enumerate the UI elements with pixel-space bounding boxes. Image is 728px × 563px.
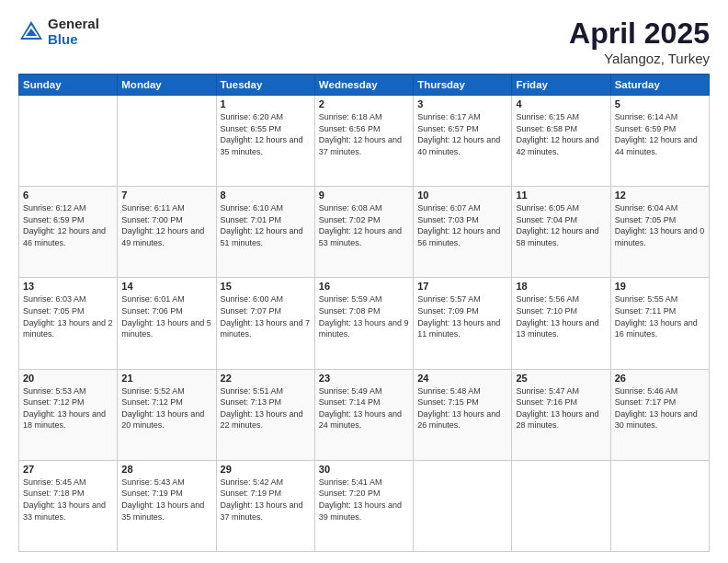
title-month: April 2025 bbox=[569, 17, 710, 51]
header-wednesday: Wednesday bbox=[314, 75, 413, 96]
day-info: Sunrise: 6:12 AMSunset: 6:59 PMDaylight:… bbox=[23, 203, 106, 247]
calendar-week-row: 13 Sunrise: 6:03 AMSunset: 7:05 PMDaylig… bbox=[19, 278, 710, 369]
day-number: 27 bbox=[23, 464, 113, 475]
calendar-day-cell: 14 Sunrise: 6:01 AMSunset: 7:06 PMDaylig… bbox=[118, 278, 216, 369]
day-number: 30 bbox=[319, 464, 409, 475]
day-info: Sunrise: 5:51 AMSunset: 7:13 PMDaylight:… bbox=[221, 386, 303, 431]
day-number: 25 bbox=[516, 373, 606, 384]
day-info: Sunrise: 6:17 AMSunset: 6:57 PMDaylight:… bbox=[417, 112, 500, 156]
calendar-day-cell: 5 Sunrise: 6:14 AMSunset: 6:59 PMDayligh… bbox=[610, 96, 709, 187]
day-info: Sunrise: 5:42 AMSunset: 7:19 PMDaylight:… bbox=[221, 477, 303, 522]
day-number: 28 bbox=[121, 464, 211, 475]
day-number: 15 bbox=[221, 281, 311, 292]
day-number: 4 bbox=[516, 98, 606, 109]
calendar-day-cell: 18 Sunrise: 5:56 AMSunset: 7:10 PMDaylig… bbox=[512, 278, 610, 369]
day-info: Sunrise: 5:43 AMSunset: 7:19 PMDaylight:… bbox=[121, 477, 204, 522]
calendar-day-cell: 20 Sunrise: 5:53 AMSunset: 7:12 PMDaylig… bbox=[19, 369, 118, 460]
calendar-week-row: 1 Sunrise: 6:20 AMSunset: 6:55 PMDayligh… bbox=[19, 96, 710, 187]
day-number: 23 bbox=[319, 373, 409, 384]
logo: General Blue bbox=[18, 17, 99, 47]
day-number: 21 bbox=[121, 373, 211, 384]
day-info: Sunrise: 6:05 AMSunset: 7:04 PMDaylight:… bbox=[516, 203, 598, 247]
day-number: 19 bbox=[615, 281, 705, 292]
day-number: 17 bbox=[417, 281, 507, 292]
calendar-week-row: 20 Sunrise: 5:53 AMSunset: 7:12 PMDaylig… bbox=[19, 369, 710, 460]
calendar-day-cell: 12 Sunrise: 6:04 AMSunset: 7:05 PMDaylig… bbox=[610, 187, 709, 278]
calendar-day-cell: 8 Sunrise: 6:10 AMSunset: 7:01 PMDayligh… bbox=[216, 187, 314, 278]
day-info: Sunrise: 6:10 AMSunset: 7:01 PMDaylight:… bbox=[221, 203, 303, 247]
calendar-day-cell: 29 Sunrise: 5:42 AMSunset: 7:19 PMDaylig… bbox=[216, 460, 314, 551]
day-info: Sunrise: 5:59 AMSunset: 7:08 PMDaylight:… bbox=[319, 294, 409, 339]
calendar-day-cell: 10 Sunrise: 6:07 AMSunset: 7:03 PMDaylig… bbox=[414, 187, 512, 278]
day-info: Sunrise: 6:01 AMSunset: 7:06 PMDaylight:… bbox=[121, 294, 211, 339]
calendar-day-cell bbox=[118, 96, 216, 187]
day-number: 26 bbox=[615, 373, 705, 384]
day-info: Sunrise: 6:11 AMSunset: 7:00 PMDaylight:… bbox=[121, 203, 204, 247]
header-monday: Monday bbox=[118, 75, 216, 96]
calendar-day-cell: 30 Sunrise: 5:41 AMSunset: 7:20 PMDaylig… bbox=[314, 460, 413, 551]
day-info: Sunrise: 5:45 AMSunset: 7:18 PMDaylight:… bbox=[23, 477, 106, 522]
day-number: 10 bbox=[417, 190, 507, 201]
day-info: Sunrise: 5:53 AMSunset: 7:12 PMDaylight:… bbox=[23, 386, 106, 431]
day-info: Sunrise: 6:18 AMSunset: 6:56 PMDaylight:… bbox=[319, 112, 402, 156]
calendar-day-cell: 23 Sunrise: 5:49 AMSunset: 7:14 PMDaylig… bbox=[314, 369, 413, 460]
day-number: 24 bbox=[417, 373, 507, 384]
day-number: 1 bbox=[221, 98, 311, 109]
day-number: 11 bbox=[516, 190, 606, 201]
calendar-day-cell bbox=[19, 96, 118, 187]
day-number: 29 bbox=[221, 464, 311, 475]
calendar-day-cell: 1 Sunrise: 6:20 AMSunset: 6:55 PMDayligh… bbox=[216, 96, 314, 187]
calendar-week-row: 27 Sunrise: 5:45 AMSunset: 7:18 PMDaylig… bbox=[19, 460, 710, 551]
calendar-day-cell: 27 Sunrise: 5:45 AMSunset: 7:18 PMDaylig… bbox=[19, 460, 118, 551]
day-info: Sunrise: 6:07 AMSunset: 7:03 PMDaylight:… bbox=[417, 203, 500, 247]
calendar-table: Sunday Monday Tuesday Wednesday Thursday… bbox=[18, 74, 710, 552]
day-number: 7 bbox=[121, 190, 211, 201]
calendar-header-row: Sunday Monday Tuesday Wednesday Thursday… bbox=[19, 75, 710, 96]
calendar-day-cell: 28 Sunrise: 5:43 AMSunset: 7:19 PMDaylig… bbox=[118, 460, 216, 551]
header-thursday: Thursday bbox=[414, 75, 512, 96]
calendar-day-cell: 11 Sunrise: 6:05 AMSunset: 7:04 PMDaylig… bbox=[512, 187, 610, 278]
day-info: Sunrise: 5:47 AMSunset: 7:16 PMDaylight:… bbox=[516, 386, 598, 431]
calendar-week-row: 6 Sunrise: 6:12 AMSunset: 6:59 PMDayligh… bbox=[19, 187, 710, 278]
logo-blue-text: Blue bbox=[48, 32, 99, 48]
day-number: 16 bbox=[319, 281, 409, 292]
calendar-day-cell: 3 Sunrise: 6:17 AMSunset: 6:57 PMDayligh… bbox=[414, 96, 512, 187]
day-number: 18 bbox=[516, 281, 606, 292]
header-saturday: Saturday bbox=[610, 75, 709, 96]
day-number: 22 bbox=[221, 373, 311, 384]
calendar-day-cell: 4 Sunrise: 6:15 AMSunset: 6:58 PMDayligh… bbox=[512, 96, 610, 187]
day-number: 8 bbox=[221, 190, 311, 201]
day-number: 9 bbox=[319, 190, 409, 201]
day-info: Sunrise: 6:04 AMSunset: 7:05 PMDaylight:… bbox=[615, 203, 705, 247]
day-info: Sunrise: 5:46 AMSunset: 7:17 PMDaylight:… bbox=[615, 386, 698, 431]
calendar-day-cell: 16 Sunrise: 5:59 AMSunset: 7:08 PMDaylig… bbox=[314, 278, 413, 369]
day-number: 5 bbox=[615, 98, 705, 109]
calendar-day-cell bbox=[414, 460, 512, 551]
day-info: Sunrise: 6:08 AMSunset: 7:02 PMDaylight:… bbox=[319, 203, 402, 247]
header-sunday: Sunday bbox=[19, 75, 118, 96]
calendar-day-cell: 15 Sunrise: 6:00 AMSunset: 7:07 PMDaylig… bbox=[216, 278, 314, 369]
day-info: Sunrise: 5:48 AMSunset: 7:15 PMDaylight:… bbox=[417, 386, 500, 431]
day-info: Sunrise: 6:15 AMSunset: 6:58 PMDaylight:… bbox=[516, 112, 598, 156]
day-info: Sunrise: 6:00 AMSunset: 7:07 PMDaylight:… bbox=[221, 294, 311, 339]
day-number: 6 bbox=[23, 190, 113, 201]
calendar-day-cell bbox=[610, 460, 709, 551]
logo-icon bbox=[18, 19, 44, 45]
day-info: Sunrise: 5:49 AMSunset: 7:14 PMDaylight:… bbox=[319, 386, 402, 431]
day-number: 12 bbox=[615, 190, 705, 201]
header: General Blue April 2025 Yalangoz, Turkey bbox=[18, 17, 710, 66]
calendar-day-cell: 9 Sunrise: 6:08 AMSunset: 7:02 PMDayligh… bbox=[314, 187, 413, 278]
day-number: 20 bbox=[23, 373, 113, 384]
day-info: Sunrise: 5:56 AMSunset: 7:10 PMDaylight:… bbox=[516, 294, 598, 339]
calendar-day-cell: 13 Sunrise: 6:03 AMSunset: 7:05 PMDaylig… bbox=[19, 278, 118, 369]
calendar-day-cell: 2 Sunrise: 6:18 AMSunset: 6:56 PMDayligh… bbox=[314, 96, 413, 187]
day-number: 2 bbox=[319, 98, 409, 109]
day-number: 14 bbox=[121, 281, 211, 292]
day-info: Sunrise: 6:20 AMSunset: 6:55 PMDaylight:… bbox=[221, 112, 303, 156]
day-info: Sunrise: 6:03 AMSunset: 7:05 PMDaylight:… bbox=[23, 294, 113, 339]
day-info: Sunrise: 6:14 AMSunset: 6:59 PMDaylight:… bbox=[615, 112, 698, 156]
day-info: Sunrise: 5:41 AMSunset: 7:20 PMDaylight:… bbox=[319, 477, 402, 522]
calendar-day-cell bbox=[512, 460, 610, 551]
calendar-day-cell: 26 Sunrise: 5:46 AMSunset: 7:17 PMDaylig… bbox=[610, 369, 709, 460]
calendar-day-cell: 6 Sunrise: 6:12 AMSunset: 6:59 PMDayligh… bbox=[19, 187, 118, 278]
